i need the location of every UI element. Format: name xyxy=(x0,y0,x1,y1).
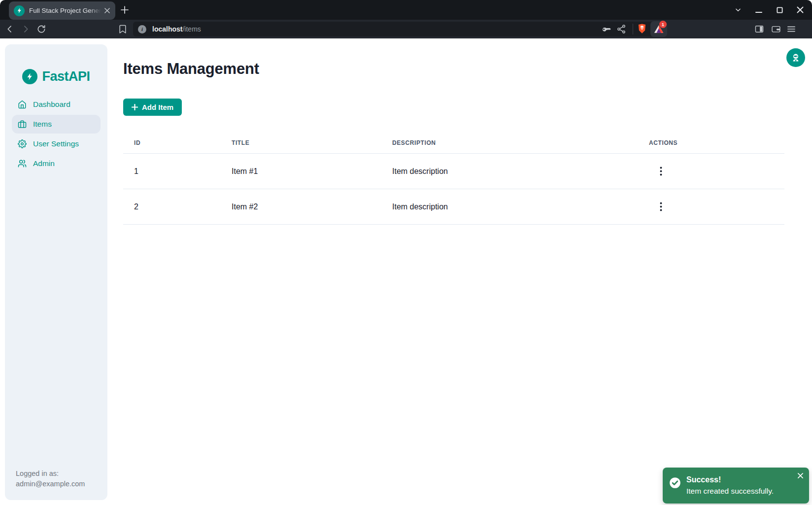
fastapi-logo-text: FastAPI xyxy=(42,69,90,84)
window-minimize-button[interactable] xyxy=(754,5,764,15)
tab-title: Full Stack Project Genera xyxy=(29,7,102,14)
cell-description: Item description xyxy=(381,154,638,189)
cell-id: 1 xyxy=(123,154,221,189)
brave-rewards-button[interactable]: 1 xyxy=(650,21,667,37)
back-button[interactable] xyxy=(5,24,15,34)
site-info-icon[interactable]: i xyxy=(138,25,146,34)
user-astronaut-icon xyxy=(791,53,801,63)
home-icon xyxy=(18,100,27,109)
forward-button xyxy=(21,24,31,34)
fastapi-logo-icon xyxy=(22,69,37,84)
sidebar: FastAPI Dashboard Items User Settings xyxy=(5,44,107,500)
share-icon[interactable] xyxy=(616,24,626,34)
users-icon xyxy=(18,159,27,168)
row-actions-kebab-icon[interactable] xyxy=(654,200,667,214)
toast-close-icon[interactable] xyxy=(795,471,805,480)
gear-icon xyxy=(18,139,27,148)
cell-actions xyxy=(638,189,784,225)
table-row: 1 Item #1 Item description xyxy=(123,154,784,189)
browser-nav-bar: i localhost/items 1 xyxy=(0,20,812,38)
sidebar-item-admin[interactable]: Admin xyxy=(12,154,101,173)
sidebar-item-dashboard[interactable]: Dashboard xyxy=(12,95,101,114)
browser-tab[interactable]: Full Stack Project Genera xyxy=(9,1,115,20)
sidebar-item-label: User Settings xyxy=(33,139,79,148)
cell-title: Item #1 xyxy=(221,154,381,189)
menu-hamburger-icon[interactable] xyxy=(786,24,796,34)
sidebar-item-user-settings[interactable]: User Settings xyxy=(12,135,101,153)
window-close-button[interactable] xyxy=(795,5,805,15)
page-title: Items Management xyxy=(123,60,259,78)
toolbar-divider xyxy=(633,24,633,34)
brave-shield-icon[interactable] xyxy=(637,23,647,35)
fastapi-logo: FastAPI xyxy=(5,69,107,84)
new-tab-button[interactable] xyxy=(119,4,130,15)
passwords-key-icon[interactable] xyxy=(602,24,611,34)
url-text: localhost/items xyxy=(152,25,201,33)
logged-in-footer: Logged in as: admin@example.com xyxy=(16,469,85,489)
toast-title: Success! xyxy=(686,474,774,485)
table-header-row: ID TITLE DESCRIPTION ACTIONS xyxy=(123,131,784,154)
toast-message: Item created successfully. xyxy=(686,485,774,497)
address-bar[interactable]: i localhost/items xyxy=(133,22,666,36)
table-row: 2 Item #2 Item description xyxy=(123,189,784,225)
wallet-icon[interactable] xyxy=(771,24,781,34)
plus-icon xyxy=(132,104,138,110)
cell-actions xyxy=(638,154,784,189)
success-toast: Success! Item created successfully. xyxy=(663,468,809,504)
column-header-title: TITLE xyxy=(221,131,381,154)
cell-title: Item #2 xyxy=(221,189,381,225)
sidebar-item-label: Admin xyxy=(33,159,55,168)
user-menu-button[interactable] xyxy=(786,48,805,67)
sidebar-nav: Dashboard Items User Settings Admin xyxy=(12,95,101,173)
row-actions-kebab-icon[interactable] xyxy=(654,164,667,179)
check-circle-icon xyxy=(669,476,681,489)
app-main: FastAPI Dashboard Items User Settings xyxy=(0,38,812,505)
rewards-badge: 1 xyxy=(659,21,667,28)
sidebar-item-items[interactable]: Items xyxy=(12,115,101,134)
items-table-body: 1 Item #1 Item description 2 Item #2 Ite… xyxy=(123,154,784,225)
fastapi-favicon-icon xyxy=(14,5,25,16)
sidebar-item-label: Dashboard xyxy=(33,100,70,109)
reload-button[interactable] xyxy=(36,24,46,34)
sidebar-toggle-icon[interactable] xyxy=(754,24,764,34)
window-maximize-button[interactable] xyxy=(775,5,784,15)
cell-id: 2 xyxy=(123,189,221,225)
cell-description: Item description xyxy=(381,189,638,225)
logged-in-label: Logged in as: xyxy=(16,469,85,479)
briefcase-icon xyxy=(18,120,27,129)
logged-in-email: admin@example.com xyxy=(16,479,85,489)
bookmark-icon[interactable] xyxy=(118,24,128,34)
tab-search-chevron-icon[interactable] xyxy=(733,5,743,15)
tab-close-icon[interactable] xyxy=(102,6,111,15)
column-header-description: DESCRIPTION xyxy=(381,131,638,154)
sidebar-item-label: Items xyxy=(33,120,52,129)
browser-tab-strip: Full Stack Project Genera xyxy=(0,0,812,20)
column-header-actions: ACTIONS xyxy=(638,131,784,154)
items-table: ID TITLE DESCRIPTION ACTIONS 1 Item #1 I… xyxy=(123,131,784,225)
add-item-label: Add Item xyxy=(142,103,173,111)
column-header-id: ID xyxy=(123,131,221,154)
add-item-button[interactable]: Add Item xyxy=(123,99,182,116)
